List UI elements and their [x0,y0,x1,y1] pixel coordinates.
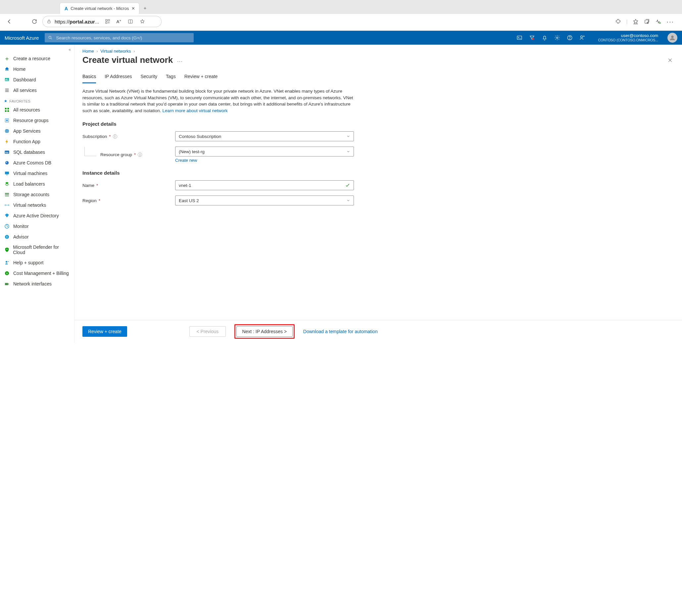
check-icon [345,183,350,188]
page-more-icon[interactable]: … [177,56,183,64]
sidebar-item-monitor[interactable]: Monitor [0,221,74,232]
tab-ip-addresses[interactable]: IP Addresses [105,72,132,84]
name-value: vnet-1 [179,183,345,188]
next-button[interactable]: Next : IP Addresses > [236,326,293,337]
text-size-icon[interactable]: A» [116,19,121,24]
tab-basics[interactable]: Basics [83,72,96,84]
sidebar-item-azure-cosmos-db[interactable]: Azure Cosmos DB [0,158,74,168]
sidebar-item-resource-groups[interactable]: Resource groups [0,115,74,126]
learn-more-link[interactable]: Learn more about virtual network [162,108,227,113]
sidebar-create-resource[interactable]: ＋ Create a resource [0,53,74,64]
sidebar-item-cost-management-billing[interactable]: $Cost Management + Billing [0,268,74,279]
sidebar-item-help-support[interactable]: Help + support [0,257,74,268]
collapse-sidebar-icon[interactable]: « [0,47,74,53]
svg-rect-22 [8,80,8,81]
extension-icon[interactable] [615,19,621,24]
sidebar-item-label: Monitor [13,223,29,229]
sidebar-item-advisor[interactable]: Advisor [0,232,74,242]
svg-rect-53 [5,283,8,285]
create-new-rg-link[interactable]: Create new [175,158,197,163]
tab-review-create[interactable]: Review + create [184,72,218,84]
global-search-input[interactable] [55,35,190,41]
region-label: Region* [83,198,175,203]
sidebar-item-label: Resource groups [13,118,49,123]
azure-header: Microsoft Azure user@contoso.com CONTOSO… [0,31,682,45]
region-value: East US 2 [179,198,199,203]
refresh-button[interactable] [30,17,39,26]
cosmos-icon [4,160,10,166]
name-input[interactable]: vnet-1 [175,180,354,190]
sidebar-item-network-interfaces[interactable]: Network interfaces [0,279,74,289]
sidebar-item-sql-databases[interactable]: SQLSQL databases [0,147,74,158]
dash-icon [4,77,10,83]
subscription-select[interactable]: Contoso Subscription [175,131,354,141]
tab-security[interactable]: Security [140,72,157,84]
svg-point-16 [570,39,570,39]
favorites-icon[interactable] [633,19,639,24]
account-info[interactable]: user@contoso.com CONTOSO (CONTOSO.ONMICR… [598,33,658,42]
sidebar-item-all-services[interactable]: All services [0,85,74,96]
review-create-button[interactable]: Review + create [83,326,127,337]
resource-group-label: Resource group* i [83,152,175,157]
tab-tags[interactable]: Tags [166,72,176,84]
avatar[interactable] [667,33,677,43]
svg-rect-12 [518,36,522,40]
help-icon[interactable] [567,35,573,41]
favorite-icon[interactable] [140,19,145,24]
sidebar-item-microsoft-defender-for-cloud[interactable]: Microsoft Defender for Cloud [0,242,74,257]
brand[interactable]: Microsoft Azure [5,35,39,41]
address-bar[interactable]: https://portal.azur... A» [42,16,162,27]
sidebar-item-azure-active-directory[interactable]: Azure Active Directory [0,210,74,221]
sidebar-item-dashboard[interactable]: Dashboard [0,74,74,85]
sidebar-item-home[interactable]: Home [0,64,74,74]
sidebar-item-label: Virtual networks [13,203,46,208]
sidebar-item-all-resources[interactable]: All resources [0,104,74,115]
sidebar-item-virtual-networks[interactable]: Virtual networks [0,200,74,210]
new-tab-button[interactable]: ＋ [139,3,151,14]
sidebar-item-label: All services [13,88,37,93]
info-icon[interactable]: i [138,152,142,157]
svg-rect-48 [7,237,7,238]
download-template-link[interactable]: Download a template for automation [303,329,378,334]
sidebar-item-function-app[interactable]: Function App [0,136,74,147]
sidebar-item-load-balancers[interactable]: Load balancers [0,179,74,189]
sidebar-favorites-heading: ★ FAVORITES [0,96,74,104]
close-blade-icon[interactable] [665,55,675,65]
global-search[interactable] [45,33,194,42]
apps-icon[interactable] [105,19,110,24]
breadcrumb-home[interactable]: Home [83,49,94,54]
sidebar-item-virtual-machines[interactable]: Virtual machines [0,168,74,179]
sidebar-item-storage-accounts[interactable]: Storage accounts [0,189,74,200]
performance-icon[interactable] [655,19,661,24]
lb-icon [4,181,10,187]
sidebar-item-app-services[interactable]: App Services [0,126,74,136]
close-tab-icon[interactable]: ✕ [132,6,135,11]
back-button[interactable] [5,17,14,26]
sidebar-item-label: Help + support [13,260,43,265]
info-icon[interactable]: i [113,134,117,139]
help-icon [4,260,10,266]
resource-group-select[interactable]: (New) test-rg [175,146,354,157]
rg-icon [4,117,10,123]
main-panel: Home › Virtual networks › Create virtual… [74,45,682,343]
sidebar-item-label: Function App [13,139,40,144]
reader-icon[interactable] [128,19,133,24]
svg-point-44 [7,205,8,206]
collections-icon[interactable] [644,19,650,24]
storage-icon [4,192,10,197]
feedback-icon[interactable] [579,35,585,41]
breadcrumb-item[interactable]: Virtual networks [100,49,131,54]
tab-strip: A Create virtual network - Micros ✕ ＋ [0,0,682,14]
region-select[interactable]: East US 2 [175,195,354,206]
settings-icon[interactable] [554,35,560,41]
previous-button: < Previous [189,326,226,337]
browser-menu-icon[interactable]: ··· [666,18,674,25]
chevron-down-icon [346,134,350,138]
cloud-shell-icon[interactable] [517,35,522,41]
svg-point-49 [6,249,7,250]
filter-icon[interactable] [529,35,535,41]
browser-tab[interactable]: A Create virtual network - Micros ✕ [60,3,139,14]
notifications-icon[interactable] [542,35,548,41]
svg-point-10 [49,36,51,39]
svg-rect-54 [8,284,9,284]
